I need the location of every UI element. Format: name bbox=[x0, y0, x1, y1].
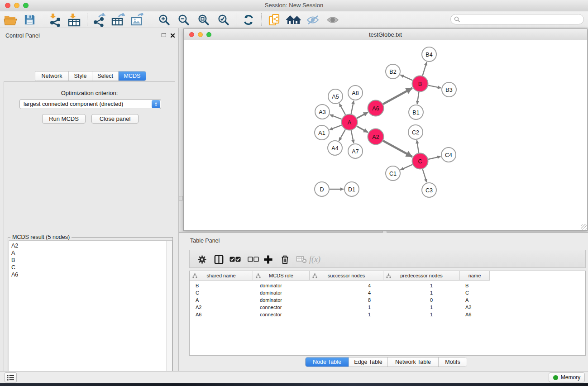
close-panel-button[interactable]: Close panel bbox=[91, 114, 139, 124]
export-table-icon[interactable] bbox=[110, 12, 126, 27]
import-network-icon[interactable] bbox=[47, 12, 63, 27]
graph-edge-C-C3[interactable] bbox=[423, 169, 427, 182]
table-cell[interactable]: connector bbox=[253, 304, 310, 311]
delete-table-icon[interactable] bbox=[296, 253, 307, 265]
mcds-result-item[interactable]: A bbox=[9, 249, 172, 257]
table-cell[interactable]: 8 bbox=[310, 296, 383, 304]
task-history-button[interactable] bbox=[5, 372, 17, 382]
table-cell[interactable]: 4 bbox=[310, 289, 383, 296]
first-neighbors-icon[interactable] bbox=[284, 12, 302, 27]
table-cell[interactable]: 4 bbox=[310, 282, 383, 289]
function-builder-icon[interactable]: f(x) bbox=[309, 253, 320, 265]
tab-motifs[interactable]: Motifs bbox=[439, 357, 467, 367]
column-header-mcds-role[interactable]: MCDS role bbox=[253, 271, 310, 281]
table-row[interactable]: Adominator80A bbox=[190, 296, 585, 304]
table-cell[interactable]: C bbox=[190, 289, 253, 296]
zoom-out-icon[interactable] bbox=[175, 12, 191, 27]
column-header-predecessor-nodes[interactable]: predecessor nodes bbox=[383, 271, 460, 281]
tab-network[interactable]: Network bbox=[35, 71, 69, 81]
mcds-result-item[interactable]: B bbox=[9, 257, 172, 264]
close-panel-icon[interactable] bbox=[170, 33, 175, 38]
table-row[interactable]: Cdominator41C bbox=[190, 289, 585, 296]
graph-edge-C-C4[interactable] bbox=[428, 157, 440, 159]
memory-button[interactable]: Memory bbox=[549, 372, 585, 382]
table-cell[interactable]: 1 bbox=[383, 289, 460, 296]
table-cell[interactable]: B bbox=[460, 282, 490, 289]
table-row[interactable]: Bdominator41B bbox=[190, 282, 585, 289]
table-cell[interactable]: A bbox=[460, 296, 490, 304]
graph-edge-C-C2[interactable] bbox=[417, 140, 419, 153]
export-image-icon[interactable] bbox=[129, 12, 146, 27]
tab-select[interactable]: Select bbox=[92, 71, 119, 81]
zoom-in-icon[interactable] bbox=[156, 12, 172, 27]
table-cell[interactable]: 0 bbox=[383, 296, 460, 304]
graph-node-A6[interactable]: A6 bbox=[368, 100, 384, 116]
scrollbar[interactable] bbox=[166, 241, 172, 386]
graph-node-C1[interactable]: C1 bbox=[386, 166, 400, 181]
graph-edge-A-A3[interactable] bbox=[330, 114, 342, 119]
graph-node-D[interactable]: D bbox=[315, 182, 329, 196]
table-cell[interactable]: 1 bbox=[310, 304, 383, 311]
graph-edge-B-B4[interactable] bbox=[422, 62, 426, 76]
graph-edge-A-A8[interactable] bbox=[351, 101, 354, 114]
table-cell[interactable]: A bbox=[190, 296, 253, 304]
zoom-fit-icon[interactable] bbox=[195, 12, 211, 27]
add-column-icon[interactable] bbox=[263, 253, 273, 265]
table-cell[interactable]: A2 bbox=[190, 304, 253, 311]
mcds-result-list[interactable]: A2ABCA6 bbox=[9, 240, 172, 386]
tab-node-table[interactable]: Node Table bbox=[306, 357, 349, 367]
tab-style[interactable]: Style bbox=[69, 71, 92, 81]
graph-node-C3[interactable]: C3 bbox=[422, 183, 436, 197]
graph-node-A8[interactable]: A8 bbox=[348, 86, 363, 100]
table-cell[interactable]: C bbox=[460, 289, 490, 296]
deselect-all-icon[interactable] bbox=[248, 253, 259, 265]
graph-node-A5[interactable]: A5 bbox=[328, 89, 343, 104]
graph-node-C4[interactable]: C4 bbox=[441, 148, 456, 162]
select-all-icon[interactable] bbox=[229, 253, 241, 265]
table-cell[interactable]: dominator bbox=[253, 296, 310, 304]
column-header-name[interactable]: name bbox=[460, 271, 490, 281]
float-panel-icon[interactable] bbox=[162, 33, 166, 37]
graph-edge-B-B1[interactable] bbox=[417, 92, 419, 104]
graph-edge-B-B3[interactable] bbox=[428, 86, 441, 88]
mcds-result-item[interactable]: A2 bbox=[9, 242, 172, 249]
tab-network-table[interactable]: Network Table bbox=[388, 357, 439, 367]
table-cell[interactable]: 1 bbox=[383, 311, 460, 318]
tab-mcds[interactable]: MCDS bbox=[119, 71, 146, 81]
table-cell[interactable]: dominator bbox=[253, 282, 310, 289]
graph-node-A4[interactable]: A4 bbox=[328, 141, 342, 155]
graph-edge-C-C1[interactable] bbox=[400, 165, 412, 170]
graph-node-B3[interactable]: B3 bbox=[442, 82, 456, 97]
table-cell[interactable]: connector bbox=[253, 311, 310, 318]
graph-node-B4[interactable]: B4 bbox=[422, 47, 436, 62]
table-cell[interactable]: A2 bbox=[460, 304, 490, 311]
graph-edge-A-A6[interactable] bbox=[357, 112, 368, 118]
refresh-icon[interactable] bbox=[240, 12, 257, 27]
table-cell[interactable]: 1 bbox=[383, 304, 460, 311]
graph-node-A7[interactable]: A7 bbox=[348, 144, 363, 158]
table-cell[interactable]: 1 bbox=[383, 282, 460, 289]
graph-edge-A-A1[interactable] bbox=[330, 125, 342, 130]
graph-node-A2[interactable]: A2 bbox=[368, 129, 384, 145]
column-header-shared-name[interactable]: shared name bbox=[190, 271, 253, 281]
hide-selected-icon[interactable] bbox=[305, 12, 321, 27]
export-network-icon[interactable] bbox=[91, 12, 107, 27]
show-column-icon[interactable] bbox=[214, 253, 224, 265]
graph-edge-A6-B[interactable] bbox=[383, 88, 412, 104]
copy-network-icon[interactable] bbox=[266, 12, 282, 27]
open-file-icon[interactable] bbox=[2, 12, 19, 27]
table-cell[interactable]: 1 bbox=[310, 311, 383, 318]
divider-handle[interactable] bbox=[179, 196, 183, 200]
graph-node-A[interactable]: A bbox=[342, 114, 358, 130]
mcds-result-item[interactable]: C bbox=[9, 264, 172, 271]
column-header-successor-nodes[interactable]: successor nodes bbox=[310, 271, 383, 281]
graph-node-B2[interactable]: B2 bbox=[386, 64, 400, 79]
graph-edge-A2-C[interactable] bbox=[383, 141, 412, 157]
graph-edge-A-A5[interactable] bbox=[339, 104, 346, 115]
search-input[interactable] bbox=[450, 14, 584, 24]
graph-node-C[interactable]: C bbox=[412, 153, 428, 169]
table-row[interactable]: A2connector11A2 bbox=[190, 304, 585, 311]
settings-icon[interactable] bbox=[197, 253, 207, 265]
delete-column-icon[interactable] bbox=[280, 253, 290, 265]
graph-edge-B-B2[interactable] bbox=[400, 75, 412, 80]
